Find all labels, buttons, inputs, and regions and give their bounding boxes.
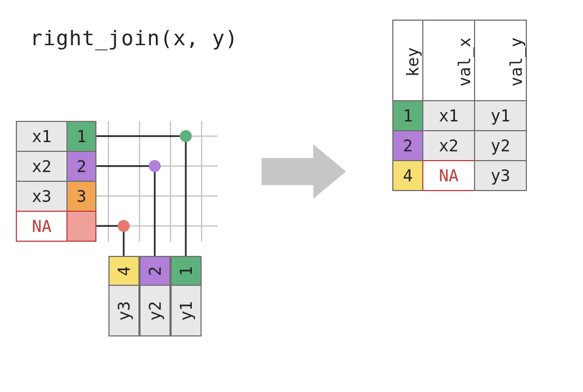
match-grid	[0, 0, 583, 392]
match-dot-k4	[118, 220, 130, 232]
diagram-stage: { "title": "right_join(x, y)", "colors":…	[0, 0, 583, 392]
match-dot-k2	[149, 160, 161, 172]
match-dot-k1	[180, 130, 192, 142]
